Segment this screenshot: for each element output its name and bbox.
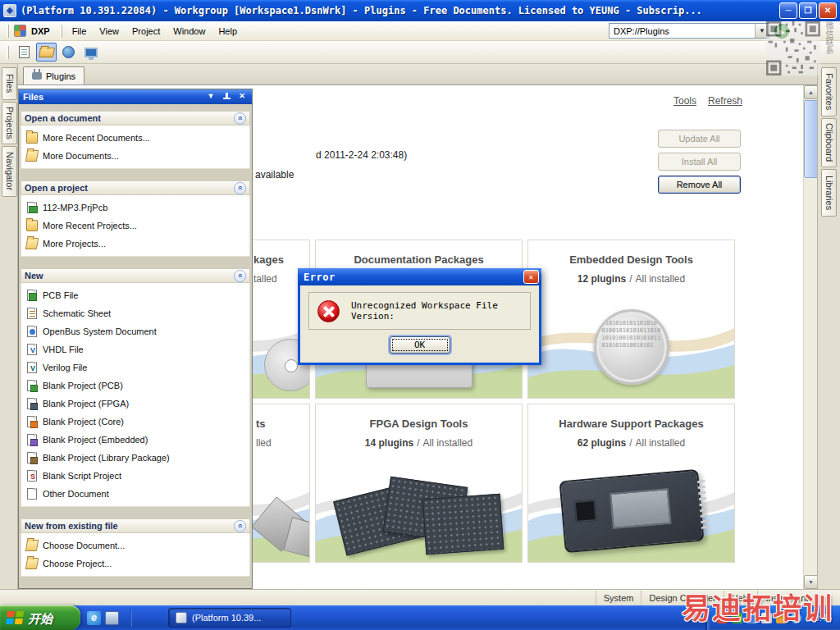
- pin-icon[interactable]: [221, 91, 232, 103]
- sidebar-tab-projects[interactable]: Projects: [2, 102, 17, 144]
- tab-label: Plugins: [46, 71, 75, 81]
- tray-icon-input[interactable]: [791, 613, 801, 623]
- sidebar-tab-clipboard[interactable]: Clipboard: [821, 118, 837, 167]
- section-header[interactable]: New: [21, 268, 250, 283]
- taskbar-divider: [130, 609, 132, 627]
- sidebar-tab-files[interactable]: Files: [2, 67, 17, 100]
- sidebar-tab-favorites[interactable]: Favorites: [821, 67, 837, 116]
- statusbar-overflow[interactable]: »: [820, 593, 835, 603]
- list-item[interactable]: More Projects...: [21, 235, 249, 253]
- toolbar-grip[interactable]: [60, 25, 62, 38]
- collapse-chevron-icon[interactable]: [234, 182, 246, 194]
- list-item[interactable]: Blank Project (Library Package): [21, 449, 249, 467]
- address-combo[interactable]: DXP://Plugins: [609, 23, 769, 39]
- toolbar: [0, 41, 840, 64]
- list-item[interactable]: Blank Project (FPGA): [21, 395, 249, 413]
- tray-icon-messenger[interactable]: [732, 613, 742, 623]
- tray-icon-volume[interactable]: [761, 613, 772, 623]
- list-item[interactable]: Other Document: [21, 485, 249, 503]
- tray-icon-antivirus[interactable]: [717, 613, 728, 623]
- scroll-down-button[interactable]: [804, 575, 818, 589]
- collapse-chevron-icon[interactable]: [234, 270, 246, 282]
- plugin-card-embedded[interactable]: Embedded Design Tools 12 plugins / All i…: [527, 240, 735, 399]
- list-item[interactable]: Verilog File: [21, 358, 249, 377]
- taskbar-app-button[interactable]: (Platform 10.39...: [168, 608, 291, 628]
- menu-view[interactable]: View: [93, 23, 126, 39]
- menu-project[interactable]: Project: [126, 23, 167, 39]
- tools-link[interactable]: Tools: [673, 95, 696, 107]
- tab-plugins[interactable]: Plugins: [23, 66, 84, 84]
- binary-coin-image: [594, 309, 669, 385]
- ok-button[interactable]: OK: [390, 336, 450, 354]
- dialog-close-icon[interactable]: [523, 270, 539, 284]
- panel-close-icon[interactable]: [236, 91, 248, 103]
- right-panel-strip: Favorites Clipboard Libraries: [817, 64, 840, 589]
- statusbar-system[interactable]: System: [596, 591, 641, 605]
- plugin-card-fpga[interactable]: FPGA Design Tools 14 plugins / All insta…: [315, 404, 523, 563]
- internet-explorer-icon[interactable]: [87, 611, 101, 625]
- start-button[interactable]: 开始: [0, 605, 80, 630]
- list-item[interactable]: More Recent Documents...: [21, 129, 249, 147]
- update-all-button[interactable]: Update All: [658, 130, 741, 148]
- go-button[interactable]: [774, 24, 789, 39]
- list-item[interactable]: OpenBus System Document: [21, 322, 249, 340]
- list-item[interactable]: Blank Script Project: [21, 467, 249, 485]
- collapse-chevron-icon[interactable]: [234, 112, 246, 125]
- address-value[interactable]: DXP://Plugins: [609, 26, 755, 36]
- statusbar-help[interactable]: Help: [724, 591, 758, 605]
- open-document-button[interactable]: [36, 43, 57, 62]
- tray-icon-network[interactable]: [746, 613, 757, 623]
- list-item[interactable]: VHDL File: [21, 340, 249, 358]
- list-item-label: More Recent Projects...: [43, 219, 137, 232]
- list-item[interactable]: Choose Project...: [21, 555, 249, 573]
- device-view-button[interactable]: [80, 43, 101, 62]
- list-item[interactable]: Blank Project (PCB): [21, 377, 249, 395]
- statusbar-design-compiler[interactable]: Design Compiler: [641, 591, 723, 605]
- plugin-card-hardware[interactable]: Hardware Support Packages 62 plugins / A…: [527, 404, 735, 563]
- scroll-up-button[interactable]: [804, 85, 818, 99]
- menu-dxp[interactable]: DXP: [30, 23, 57, 39]
- list-item[interactable]: Blank Project (Core): [21, 413, 249, 431]
- vertical-scrollbar[interactable]: [803, 85, 817, 589]
- fpga-board-image: [422, 494, 504, 555]
- menu-file[interactable]: File: [66, 23, 94, 39]
- tray-icon-update[interactable]: [776, 613, 787, 623]
- new-document-button[interactable]: [14, 43, 34, 62]
- install-all-button[interactable]: Install All: [658, 153, 741, 171]
- toolbar-grip[interactable]: [7, 46, 9, 59]
- list-item[interactable]: Schematic Sheet: [21, 304, 249, 322]
- menu-help[interactable]: Help: [212, 23, 244, 39]
- sidebar-tab-navigator[interactable]: Navigator: [2, 146, 17, 197]
- show-desktop-icon[interactable]: [105, 611, 119, 625]
- folder-icon: [26, 132, 38, 144]
- list-item[interactable]: PCB File: [21, 286, 249, 304]
- list-item[interactable]: Blank Project (Embedded): [21, 431, 249, 449]
- files-panel-header[interactable]: Files: [19, 89, 252, 104]
- restore-button[interactable]: [799, 2, 817, 19]
- menu-window[interactable]: Window: [167, 23, 212, 39]
- sidebar-tab-libraries[interactable]: Libraries: [821, 169, 837, 217]
- chevron-down-icon[interactable]: [755, 24, 769, 38]
- section-header[interactable]: Open a document: [21, 111, 250, 126]
- list-item-label: Verilog File: [43, 361, 87, 374]
- section-header[interactable]: New from existing file: [21, 518, 250, 533]
- scrollbar-thumb[interactable]: [804, 100, 818, 178]
- section-header[interactable]: Open a project: [21, 180, 250, 195]
- minimize-button[interactable]: [779, 2, 797, 19]
- refresh-link[interactable]: Refresh: [708, 95, 742, 107]
- remove-all-button[interactable]: Remove All: [658, 176, 741, 194]
- close-button[interactable]: [819, 2, 837, 19]
- card-title-fragment: ts: [256, 418, 266, 430]
- panel-menu-icon[interactable]: [205, 91, 217, 103]
- toolbar-grip[interactable]: [7, 25, 9, 38]
- app-icon[interactable]: [3, 4, 16, 17]
- list-item[interactable]: More Documents...: [21, 147, 249, 165]
- collapse-chevron-icon[interactable]: [234, 520, 246, 532]
- list-item[interactable]: 112-MP3.PrjPcb: [21, 199, 249, 217]
- list-item[interactable]: More Recent Projects...: [21, 217, 249, 235]
- list-item-label: Schematic Sheet: [43, 307, 111, 320]
- statusbar-instruments[interactable]: Instruments: [757, 591, 819, 605]
- taskbar-clock[interactable]: 10:45: [809, 613, 832, 623]
- list-item[interactable]: Choose Document...: [21, 536, 249, 555]
- open-vault-button[interactable]: [58, 43, 79, 62]
